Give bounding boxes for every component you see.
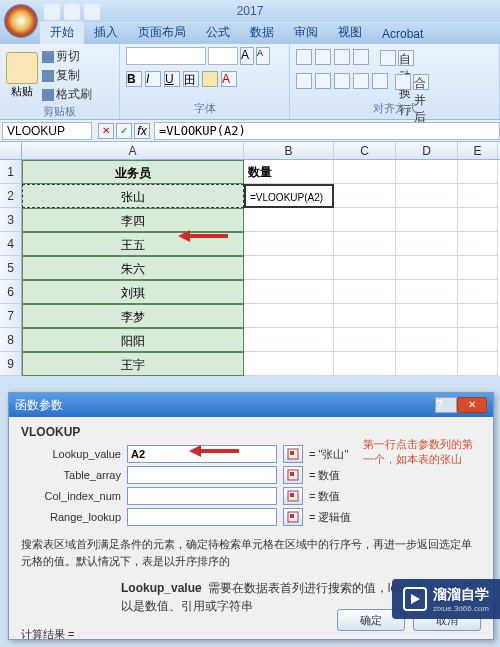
cell[interactable] (334, 160, 396, 184)
qat-redo-icon[interactable] (84, 4, 100, 20)
increase-font-icon[interactable]: A (240, 47, 254, 65)
qat-save-icon[interactable] (44, 4, 60, 20)
cell[interactable] (458, 304, 498, 328)
range-selector-icon[interactable] (283, 466, 303, 484)
align-left-icon[interactable] (296, 73, 312, 89)
col-header-c[interactable]: C (334, 142, 396, 159)
wrap-text-button[interactable]: 自动换行 (380, 49, 414, 67)
cell[interactable] (458, 160, 498, 184)
name-box[interactable]: VLOOKUP (2, 122, 92, 140)
row-header[interactable]: 2 (0, 184, 22, 208)
tab-view[interactable]: 视图 (328, 21, 372, 44)
cell[interactable]: 李梦 (22, 304, 244, 328)
dialog-help-icon[interactable]: ? (435, 397, 457, 413)
cell-b2[interactable]: =VLOOKUP(A2) (244, 184, 334, 208)
range-lookup-input[interactable] (127, 508, 277, 526)
cell[interactable] (396, 208, 458, 232)
col-header-e[interactable]: E (458, 142, 498, 159)
office-button[interactable] (4, 4, 38, 38)
cell[interactable] (244, 256, 334, 280)
qat-undo-icon[interactable] (64, 4, 80, 20)
cell[interactable] (396, 184, 458, 208)
tab-layout[interactable]: 页面布局 (128, 21, 196, 44)
copy-button[interactable]: 复制 (42, 66, 92, 85)
align-center-icon[interactable] (315, 73, 331, 89)
tab-formulas[interactable]: 公式 (196, 21, 240, 44)
cell[interactable] (334, 208, 396, 232)
font-color-icon[interactable]: A (221, 71, 237, 87)
cut-button[interactable]: 剪切 (42, 47, 92, 66)
decrease-font-icon[interactable]: A (256, 47, 270, 65)
cell[interactable]: 刘琪 (22, 280, 244, 304)
cell[interactable] (396, 232, 458, 256)
range-selector-icon[interactable] (283, 445, 303, 463)
cell[interactable]: 阳阳 (22, 328, 244, 352)
row-header[interactable]: 8 (0, 328, 22, 352)
col-header-d[interactable]: D (396, 142, 458, 159)
indent-inc-icon[interactable] (372, 73, 388, 89)
font-selector[interactable] (126, 47, 206, 65)
row-header[interactable]: 1 (0, 160, 22, 184)
cell[interactable] (396, 304, 458, 328)
row-header[interactable]: 5 (0, 256, 22, 280)
enter-formula-icon[interactable]: ✓ (116, 123, 132, 139)
range-selector-icon[interactable] (283, 487, 303, 505)
merge-center-button[interactable]: 合并后居中 (395, 73, 429, 91)
font-size-selector[interactable] (208, 47, 238, 65)
select-all-corner[interactable] (0, 142, 22, 159)
tab-review[interactable]: 审阅 (284, 21, 328, 44)
cell[interactable]: 李四 (22, 208, 244, 232)
cell[interactable] (244, 280, 334, 304)
cell[interactable] (334, 280, 396, 304)
align-top-icon[interactable] (296, 49, 312, 65)
cell[interactable] (458, 328, 498, 352)
cell[interactable] (244, 328, 334, 352)
align-bottom-icon[interactable] (334, 49, 350, 65)
cell[interactable] (396, 256, 458, 280)
cell[interactable] (244, 352, 334, 376)
align-middle-icon[interactable] (315, 49, 331, 65)
align-right-icon[interactable] (334, 73, 350, 89)
lookup-value-input[interactable] (127, 445, 277, 463)
cell[interactable] (458, 208, 498, 232)
cell-a1[interactable]: 业务员 (22, 160, 244, 184)
cell[interactable] (244, 208, 334, 232)
col-header-b[interactable]: B (244, 142, 334, 159)
cell[interactable] (458, 232, 498, 256)
cell[interactable] (458, 280, 498, 304)
col-index-input[interactable] (127, 487, 277, 505)
paste-icon[interactable] (6, 52, 38, 84)
cell[interactable] (334, 304, 396, 328)
format-painter-button[interactable]: 格式刷 (42, 85, 92, 104)
italic-icon[interactable]: I (145, 71, 161, 87)
cell-a2[interactable]: 张山 (22, 184, 244, 208)
cell[interactable] (334, 328, 396, 352)
fx-icon[interactable]: fx (134, 123, 150, 139)
row-header[interactable]: 3 (0, 208, 22, 232)
cell[interactable] (458, 352, 498, 376)
cell[interactable] (244, 232, 334, 256)
orientation-icon[interactable] (353, 49, 369, 65)
cell[interactable] (334, 232, 396, 256)
tab-acrobat[interactable]: Acrobat (372, 24, 433, 44)
cell[interactable] (396, 160, 458, 184)
cell[interactable]: 朱六 (22, 256, 244, 280)
col-header-a[interactable]: A (22, 142, 244, 159)
cell[interactable] (396, 328, 458, 352)
cell[interactable] (396, 280, 458, 304)
border-icon[interactable]: 田 (183, 71, 199, 87)
cell[interactable] (458, 256, 498, 280)
cancel-formula-icon[interactable]: ✕ (98, 123, 114, 139)
tab-home[interactable]: 开始 (40, 21, 84, 44)
row-header[interactable]: 6 (0, 280, 22, 304)
bold-icon[interactable]: B (126, 71, 142, 87)
cell[interactable] (458, 184, 498, 208)
table-array-input[interactable] (127, 466, 277, 484)
cell[interactable] (334, 184, 396, 208)
dialog-titlebar[interactable]: 函数参数 ? ✕ (9, 393, 493, 417)
cell[interactable]: 王宇 (22, 352, 244, 376)
formula-bar[interactable]: =VLOOKUP(A2) (154, 122, 500, 140)
cell-b1[interactable]: 数量 (244, 160, 334, 184)
tab-insert[interactable]: 插入 (84, 21, 128, 44)
row-header[interactable]: 9 (0, 352, 22, 376)
